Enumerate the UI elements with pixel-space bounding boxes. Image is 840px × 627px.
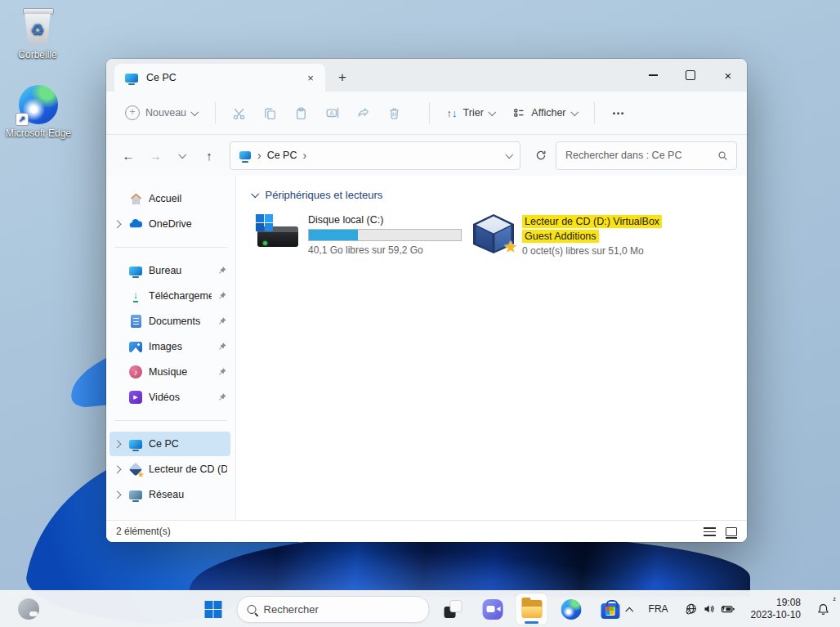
download-icon: ↓ [128,289,143,303]
store-button[interactable] [595,593,626,625]
drive-free-space: 40,1 Go libres sur 59,2 Go [308,244,462,256]
up-button[interactable]: ↑ [197,143,221,168]
pin-icon [217,316,227,326]
sidebar-item-cd-drive[interactable]: ★ Lecteur de CD (D:) V [109,457,230,481]
cut-button[interactable] [226,99,253,127]
rename-icon: A [325,105,340,120]
folder-icon [521,600,543,618]
virtualbox-cd-icon: ★ [128,462,143,477]
task-view-button[interactable] [438,593,469,625]
command-bar: + Nouveau A [106,92,747,135]
details-view-button[interactable] [704,527,716,536]
desktop-icon-recycle-bin[interactable]: ♻ Corbeille [2,8,74,60]
tab-title: Ce PC [146,72,295,83]
disk-usage-bar [308,229,462,241]
group-header-label: Périphériques et lecteurs [266,189,383,201]
tray-time: 19:08 [751,597,801,609]
edge-button[interactable] [556,593,587,625]
recycle-symbol-icon: ♻ [30,20,44,39]
view-button[interactable]: Afficher [505,101,584,125]
maximize-icon [686,70,695,80]
desktop-icon-edge[interactable]: ↗ Microsoft Edge [2,85,74,139]
new-tab-button[interactable]: + [330,65,355,90]
sidebar-item-label: Ce PC [149,438,227,450]
status-bar: 2 élément(s) [106,520,747,542]
address-bar[interactable]: › Ce PC › [230,141,521,170]
system-tray-button[interactable] [680,598,740,620]
start-button[interactable] [198,593,229,625]
share-button[interactable] [350,99,378,127]
desktop: ♻ Corbeille ↗ Microsoft Edge Ce PC × + × [0,0,840,627]
tab-ce-pc[interactable]: Ce PC × [114,64,325,92]
navigation-bar: ← → ↑ › Ce PC › [106,135,747,176]
clock[interactable]: 19:08 2023-10-10 [746,595,806,623]
sidebar-item-bureau[interactable]: Bureau [109,258,230,283]
taskbar: Rechercher FRA 19:08 2023-10-10 z [0,590,840,627]
chat-button[interactable] [477,593,508,625]
new-button[interactable]: + Nouveau [118,100,205,126]
forward-button[interactable]: → [143,143,168,168]
chevron-right-icon[interactable] [113,465,120,472]
divider [594,102,595,123]
language-indicator[interactable]: FRA [643,598,674,620]
paste-button[interactable] [288,99,315,127]
delete-button[interactable] [381,99,409,127]
hidden-icons-button[interactable] [622,602,637,617]
widgets-button[interactable] [13,593,44,625]
more-icon: … [612,106,626,119]
recent-locations-button[interactable] [170,143,194,168]
minimize-button[interactable] [634,59,672,92]
svg-text:A: A [329,110,334,117]
sidebar-item-ce-pc[interactable]: Ce PC [109,432,230,456]
sidebar-item-telechargement[interactable]: ↓ Téléchargement [109,284,230,308]
sidebar-separator [114,420,227,421]
desktop-folder-icon [128,263,143,278]
sidebar-item-reseau[interactable]: Réseau [109,482,230,507]
sidebar-item-label: OneDrive [149,218,227,230]
sort-button[interactable]: ↑↓ Trier [440,101,503,125]
network-icon [128,487,143,502]
drive-tile-c[interactable]: Disque local (C:) 40,1 Go libres sur 59,… [252,211,465,260]
search-input[interactable] [564,149,717,162]
sidebar-item-videos[interactable]: ▶ Vidéos [109,385,230,410]
sidebar-item-accueil[interactable]: Accueil [109,186,230,211]
chevron-down-icon [178,150,185,158]
taskbar-search[interactable]: Rechercher [237,596,430,623]
edge-icon: ↗ [19,85,58,124]
group-header-devices[interactable]: Périphériques et lecteurs [252,189,747,201]
chevron-right-icon[interactable] [113,220,120,227]
large-icons-view-button[interactable] [726,527,737,536]
drive-tile-d[interactable]: ★ Lecteur de CD (D:) VirtualBox Guest Ad… [470,211,682,260]
copy-button[interactable] [257,99,284,127]
virtualbox-cd-icon: ★ [473,214,514,253]
breadcrumb-location[interactable]: Ce PC [267,150,297,161]
sidebar-item-onedrive[interactable]: OneDrive [109,212,230,236]
chevron-right-icon[interactable] [113,490,120,498]
refresh-button[interactable] [529,143,553,168]
address-dropdown-icon[interactable] [505,150,512,158]
chevron-right-icon[interactable] [113,440,120,447]
chevron-up-icon [626,607,633,615]
tab-close-icon[interactable]: × [302,69,319,86]
view-icon [512,106,525,119]
sidebar-item-documents[interactable]: Documents [109,309,230,334]
sidebar-item-label: Lecteur de CD (D:) V [149,464,227,475]
drive-name: Disque local (C:) [308,214,462,226]
rename-button[interactable]: A [319,99,346,127]
recycle-bin-icon: ♻ [20,8,55,46]
drive-free-space: 0 octet(s) libres sur 51,0 Mo [522,245,686,257]
sidebar-item-musique[interactable]: ♪ Musique [109,360,230,384]
notification-button[interactable]: z [811,598,835,621]
sort-button-label: Trier [463,107,484,119]
sidebar-item-images[interactable]: Images [109,334,230,359]
sidebar-item-label: Images [149,341,212,352]
new-button-label: Nouveau [145,107,186,119]
maximize-button[interactable] [672,59,709,92]
more-options-button[interactable]: … [605,99,632,127]
do-not-disturb-z: z [833,596,837,602]
this-pc-icon [128,437,143,451]
back-button[interactable]: ← [116,143,141,168]
share-icon [356,106,370,120]
close-button[interactable]: × [709,59,747,92]
file-explorer-button[interactable] [516,593,547,625]
